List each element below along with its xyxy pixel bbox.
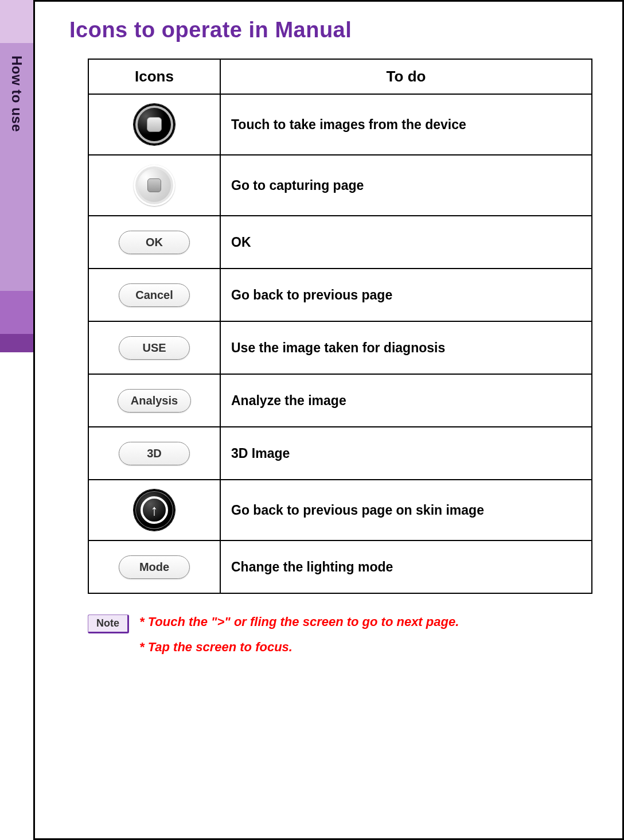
capture-icon bbox=[134, 104, 175, 145]
side-tab-label: How to use bbox=[9, 56, 25, 132]
analysis-button[interactable]: Analysis bbox=[118, 389, 191, 413]
table-row: Go to capturing page bbox=[88, 155, 592, 216]
side-tab-accent-2 bbox=[0, 334, 33, 352]
arrow-up-icon: ↑ bbox=[151, 503, 158, 518]
3d-button[interactable]: 3D bbox=[119, 442, 190, 465]
side-tab-how-to-use: How to use bbox=[0, 43, 33, 291]
page-frame: Icons to operate in Manual Icons To do T… bbox=[33, 0, 624, 840]
mode-button[interactable]: Mode bbox=[119, 555, 190, 579]
note-badge: Note bbox=[88, 615, 129, 633]
table-row: Touch to take images from the device bbox=[88, 94, 592, 155]
note-line-2: * Tap the screen to focus. bbox=[139, 640, 459, 655]
desc-cell: Go back to previous page bbox=[220, 269, 592, 321]
table-row: Cancel Go back to previous page bbox=[88, 269, 592, 321]
desc-cell: Analyze the image bbox=[220, 374, 592, 427]
table-row: Mode Change the lighting mode bbox=[88, 540, 592, 593]
cancel-button[interactable]: Cancel bbox=[119, 283, 190, 307]
square-icon bbox=[147, 178, 161, 192]
use-button[interactable]: USE bbox=[119, 336, 190, 360]
desc-cell: Use the image taken for diagnosis bbox=[220, 321, 592, 374]
desc-cell: Go back to previous page on skin image bbox=[220, 480, 592, 540]
side-tab-blank-top bbox=[0, 0, 33, 43]
table-row: 3D 3D Image bbox=[88, 427, 592, 480]
note-line-1: * Touch the ">" or fling the screen to g… bbox=[139, 615, 459, 629]
table-row: OK OK bbox=[88, 216, 592, 269]
table-row: ↑ Go back to previous page on skin image bbox=[88, 480, 592, 540]
desc-cell: 3D Image bbox=[220, 427, 592, 480]
header-todo: To do bbox=[220, 59, 592, 94]
header-icons: Icons bbox=[88, 59, 220, 94]
side-tab-rail: How to use bbox=[0, 0, 33, 352]
ok-button[interactable]: OK bbox=[119, 231, 190, 254]
desc-cell: Go to capturing page bbox=[220, 155, 592, 216]
side-tab-accent-1 bbox=[0, 291, 33, 334]
icons-table: Icons To do Touch to take images from th… bbox=[88, 59, 592, 594]
desc-cell: OK bbox=[220, 216, 592, 269]
back-arrow-icon: ↑ bbox=[134, 489, 175, 531]
capture-page-icon bbox=[134, 165, 175, 206]
desc-cell: Touch to take images from the device bbox=[220, 94, 592, 155]
note-text: * Touch the ">" or fling the screen to g… bbox=[139, 615, 459, 665]
page-title: Icons to operate in Manual bbox=[69, 18, 595, 42]
table-row: USE Use the image taken for diagnosis bbox=[88, 321, 592, 374]
desc-cell: Change the lighting mode bbox=[220, 540, 592, 593]
table-row: Analysis Analyze the image bbox=[88, 374, 592, 427]
stop-square-icon bbox=[147, 117, 162, 132]
